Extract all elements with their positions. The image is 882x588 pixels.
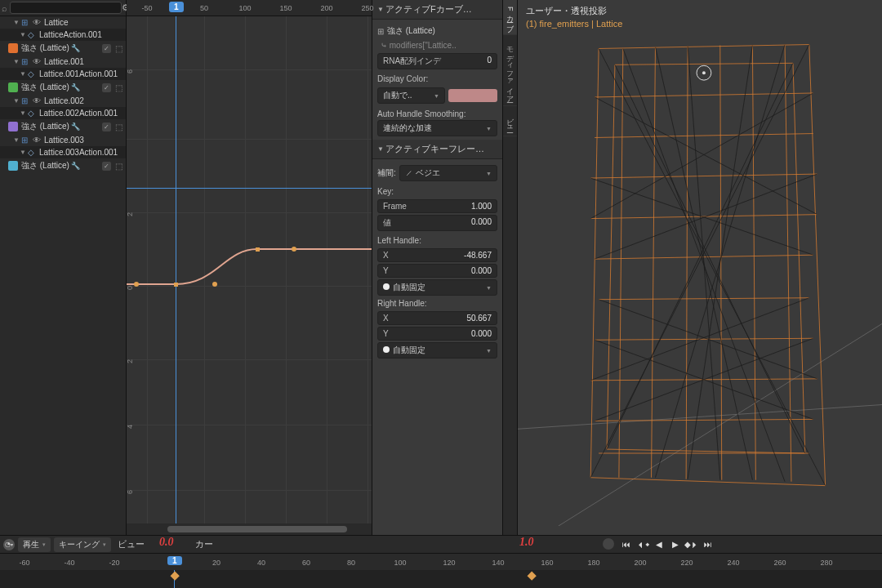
y-tick: 2 <box>126 359 134 363</box>
channel-fcurve[interactable]: 強さ (Lattice)🔧✓⬚ <box>0 80 126 95</box>
action-icon: ◇ <box>28 30 38 39</box>
eye-icon[interactable]: 👁 <box>33 136 42 145</box>
value-field[interactable]: 値0.000 <box>377 215 497 231</box>
graph-editor[interactable]: -50 1 50 100 150 200 250 <box>127 0 372 535</box>
graph-ruler[interactable]: -50 1 50 100 150 200 250 <box>127 0 372 16</box>
play-button[interactable]: ▶ <box>668 538 683 551</box>
timeline-tick: 80 <box>347 559 355 567</box>
timeline[interactable]: 1 -60-40-2020406080100120140160180200220… <box>0 553 882 588</box>
mute-checkbox[interactable]: ✓ <box>102 162 111 171</box>
jump-end-button[interactable]: ⏭ <box>701 538 715 551</box>
channel-fcurve[interactable]: 強さ (Lattice)🔧✓⬚ <box>0 119 126 134</box>
channel-action[interactable]: ▼◇Lattice.003Action.001 <box>0 146 126 158</box>
interp-dropdown[interactable]: ⟋ ベジエ▼ <box>399 165 497 181</box>
channel-action[interactable]: ▼◇Lattice.001Action.001 <box>0 68 126 80</box>
ruler-tick: 50 <box>200 4 208 12</box>
channel-action[interactable]: ▼◇LatticeAction.001 <box>0 29 126 41</box>
caret-down-icon[interactable]: ▼ <box>20 70 28 78</box>
rh-y-field[interactable]: Y0.000 <box>377 327 497 341</box>
lock-icon[interactable]: ⬚ <box>115 44 122 53</box>
editor-type-dropdown[interactable]: ◔▾ <box>3 539 15 550</box>
lh-x-field[interactable]: X-48.667 <box>377 248 497 262</box>
mute-checkbox[interactable]: ✓ <box>102 122 111 131</box>
tab-fcurve[interactable]: Fカーブ <box>503 0 517 35</box>
eye-icon[interactable]: 👁 <box>33 18 42 27</box>
search-input[interactable] <box>10 2 122 14</box>
channel-object[interactable]: ▼⊞👁Lattice.003 <box>0 134 126 146</box>
caret-down-icon[interactable]: ▼ <box>13 58 21 65</box>
auto-keying-toggle[interactable] <box>603 538 614 550</box>
channel-object[interactable]: ▼⊞👁Lattice.002 <box>0 95 126 107</box>
timeline-track[interactable] <box>0 570 882 588</box>
lh-y-field[interactable]: Y0.000 <box>377 264 497 278</box>
active-fcurve-header[interactable]: ▼ アクティブFカーブ… <box>372 0 502 20</box>
wrench-icon[interactable]: 🔧 <box>71 162 80 170</box>
caret-down-icon[interactable]: ▼ <box>20 31 28 38</box>
rna-path[interactable]: ⤷ modifiers["Lattice.. <box>377 39 497 51</box>
caret-down-icon[interactable]: ▼ <box>20 149 28 156</box>
rna-index-field[interactable]: RNA配列インデ0 <box>377 53 497 69</box>
caret-down-icon[interactable]: ▼ <box>13 19 21 26</box>
scrollbar-thumb[interactable] <box>167 526 347 532</box>
rh-x-field[interactable]: X50.667 <box>377 311 497 325</box>
tab-view[interactable]: ビュー <box>503 106 517 136</box>
timeline-ruler[interactable]: 1 -60-40-2020406080100120140160180200220… <box>0 554 882 570</box>
timeline-tick: 120 <box>443 559 455 567</box>
play-reverse-button[interactable]: ◀ <box>652 538 666 551</box>
viewport-3d[interactable]: ユーザー・透視投影 (1) fire_emitters | Lattice <box>517 0 882 535</box>
panel-title: アクティブFカーブ… <box>385 3 472 16</box>
sidebar-tabs: Fカーブ モディファイアー ビュー <box>502 0 517 535</box>
lock-icon[interactable]: ⬚ <box>115 162 122 171</box>
keying-menu[interactable]: キーイング▾ <box>54 537 111 552</box>
channel-fcurve[interactable]: 強さ (Lattice)🔧✓⬚ <box>0 41 126 56</box>
prev-keyframe-button[interactable]: ⏴◆ <box>635 538 650 551</box>
graph-scrollbar[interactable] <box>127 523 372 535</box>
frame-field[interactable]: Frame1.000 <box>377 199 497 213</box>
keyframe-diamond[interactable] <box>528 572 537 581</box>
item-label: 強さ (Lattice) <box>21 82 69 93</box>
search-icon: ⌕ <box>2 3 7 13</box>
tab-modifiers[interactable]: モディファイアー <box>503 35 517 106</box>
view-menu[interactable]: ビュー <box>114 538 148 550</box>
wrench-icon[interactable]: 🔧 <box>71 83 80 91</box>
item-label: Lattice.002Action.001 <box>39 109 118 118</box>
lock-icon[interactable]: ⬚ <box>115 83 122 92</box>
current-frame-marker[interactable]: 1 <box>169 2 184 12</box>
color-mode-dropdown[interactable]: 自動で.. ▼ <box>377 87 445 104</box>
keyframe-diamond[interactable] <box>171 572 180 581</box>
key-section-label: Key: <box>377 184 497 198</box>
jump-start-button[interactable]: ⏮ <box>619 538 634 551</box>
marker-menu[interactable]: カー <box>192 538 216 550</box>
play-menu[interactable]: 再生▾ <box>18 537 51 552</box>
rh-mode-dropdown[interactable]: 自動固定▼ <box>377 342 497 359</box>
smoothing-dropdown[interactable]: 連続的な加速▼ <box>377 120 497 136</box>
timeline-current-frame[interactable]: 1 <box>167 556 182 565</box>
color-swatch[interactable] <box>448 89 497 102</box>
timeline-tick: 60 <box>302 559 310 567</box>
channel-fcurve[interactable]: 強さ (Lattice)🔧✓⬚ <box>0 158 126 173</box>
channel-object[interactable]: ▼⊞👁Lattice.001 <box>0 56 126 68</box>
caret-down-icon[interactable]: ▼ <box>13 97 21 105</box>
caret-down-icon[interactable]: ▼ <box>20 109 28 117</box>
timeline-tick: 240 <box>727 559 739 567</box>
wrench-icon[interactable]: 🔧 <box>71 122 80 131</box>
color-chip <box>8 122 18 131</box>
wrench-icon[interactable]: 🔧 <box>71 44 80 52</box>
timeline-tick: 140 <box>492 559 504 567</box>
timeline-tick: 260 <box>773 559 786 567</box>
eye-icon[interactable]: 👁 <box>33 57 42 66</box>
mute-checkbox[interactable]: ✓ <box>102 83 111 92</box>
active-keyframe-header[interactable]: ▼ アクティブキーフレー… <box>372 140 502 159</box>
caret-down-icon[interactable]: ▼ <box>13 136 21 144</box>
mute-checkbox[interactable]: ✓ <box>102 44 111 53</box>
fcurve-name: 強さ (Lattice) <box>387 25 435 37</box>
eye-icon[interactable]: 👁 <box>33 96 42 105</box>
channel-object[interactable]: ▼⊞👁Lattice <box>0 16 126 29</box>
lh-mode-dropdown[interactable]: 自動固定▼ <box>377 279 497 296</box>
graph-canvas[interactable]: 0 2 2 4 6 6 <box>127 16 372 523</box>
next-keyframe-button[interactable]: ◆⏵ <box>684 538 699 551</box>
timeline-header: ◔▾ 再生▾ キーイング▾ ビュー 0.0 カー 1.0 ⏮ ⏴◆ ◀ ▶ ◆⏵… <box>0 535 882 553</box>
channel-action[interactable]: ▼◇Lattice.002Action.001 <box>0 107 126 119</box>
y-tick: 4 <box>126 425 134 429</box>
lock-icon[interactable]: ⬚ <box>115 122 122 131</box>
